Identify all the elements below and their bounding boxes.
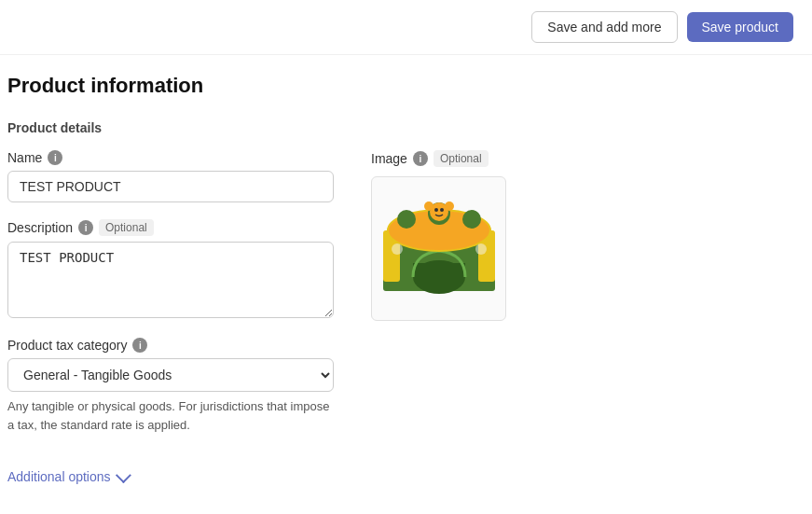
tax-category-select[interactable]: General - Tangible Goods [7, 358, 334, 392]
description-label: Description i Optional [7, 219, 334, 236]
name-input[interactable] [7, 171, 334, 202]
form-layout: Name i Description i Optional TEST PRODU… [7, 150, 793, 451]
svg-point-13 [440, 208, 444, 212]
tax-category-hint: Any tangible or physical goods. For juri… [7, 397, 334, 434]
section-title: Product details [7, 120, 793, 135]
product-image [378, 184, 500, 314]
svg-point-8 [397, 210, 416, 229]
image-label-text: Image [371, 151, 407, 166]
form-left: Name i Description i Optional TEST PRODU… [7, 150, 334, 451]
tax-category-label-text: Product tax category [7, 338, 127, 353]
svg-point-12 [434, 208, 438, 212]
description-optional-badge: Optional [99, 219, 154, 236]
svg-point-15 [445, 201, 454, 211]
page-content: Product information Product details Name… [0, 55, 812, 503]
form-right: Image i Optional [371, 150, 506, 321]
tax-category-label: Product tax category i [7, 338, 334, 353]
svg-point-14 [424, 201, 434, 211]
name-label: Name i [7, 150, 334, 165]
additional-options-toggle[interactable]: Additional options [7, 469, 793, 484]
description-label-text: Description [7, 220, 73, 235]
page-title: Product information [7, 74, 793, 98]
description-field-group: Description i Optional TEST PRODUCT [7, 219, 334, 321]
tax-category-field-group: Product tax category i General - Tangibl… [7, 338, 334, 434]
tax-category-info-icon[interactable]: i [132, 338, 147, 353]
svg-point-10 [462, 210, 481, 229]
svg-rect-5 [413, 263, 465, 277]
chevron-down-icon [115, 467, 131, 483]
name-info-icon[interactable]: i [48, 150, 62, 165]
additional-options-label: Additional options [7, 469, 111, 484]
svg-point-17 [475, 243, 487, 255]
description-info-icon[interactable]: i [78, 220, 93, 235]
image-info-icon[interactable]: i [413, 151, 428, 166]
svg-point-16 [392, 243, 403, 255]
image-label-row: Image i Optional [371, 150, 506, 167]
top-bar: Save and add more Save product [0, 0, 812, 55]
save-product-button[interactable]: Save product [687, 12, 794, 42]
save-and-add-more-button[interactable]: Save and add more [531, 11, 677, 43]
description-textarea[interactable]: TEST PRODUCT [7, 242, 334, 318]
name-field-group: Name i [7, 150, 334, 202]
name-label-text: Name [7, 150, 42, 165]
image-optional-badge: Optional [434, 150, 489, 167]
image-container[interactable] [371, 176, 506, 321]
